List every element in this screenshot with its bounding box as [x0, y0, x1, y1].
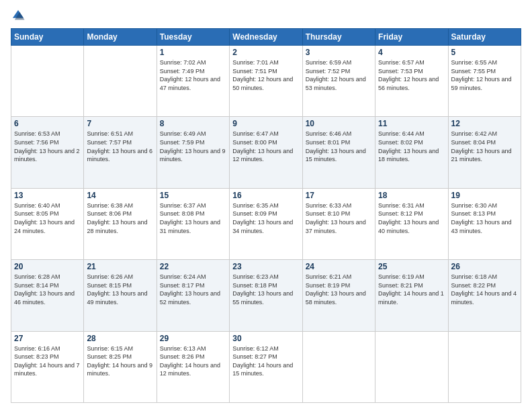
- day-number: 25: [378, 262, 445, 271]
- day-number: 21: [87, 262, 153, 271]
- calendar-header-friday: Friday: [375, 29, 448, 46]
- day-number: 12: [451, 119, 518, 128]
- calendar-cell: 6Sunrise: 6:53 AM Sunset: 7:56 PM Daylig…: [11, 117, 84, 188]
- calendar-cell: 27Sunrise: 6:16 AM Sunset: 8:23 PM Dayli…: [11, 331, 84, 402]
- day-info: Sunrise: 6:18 AM Sunset: 8:22 PM Dayligh…: [451, 273, 518, 306]
- day-number: 14: [87, 191, 153, 200]
- calendar-cell: [302, 331, 375, 402]
- day-number: 16: [232, 191, 299, 200]
- day-info: Sunrise: 6:31 AM Sunset: 8:12 PM Dayligh…: [378, 201, 445, 235]
- day-number: 9: [232, 119, 299, 128]
- calendar-cell: 12Sunrise: 6:42 AM Sunset: 8:04 PM Dayli…: [448, 117, 521, 188]
- day-number: 15: [160, 191, 226, 200]
- calendar-cell: 14Sunrise: 6:38 AM Sunset: 8:06 PM Dayli…: [84, 188, 157, 259]
- day-info: Sunrise: 6:55 AM Sunset: 7:55 PM Dayligh…: [451, 58, 518, 92]
- day-info: Sunrise: 6:44 AM Sunset: 8:02 PM Dayligh…: [378, 130, 445, 163]
- day-info: Sunrise: 6:16 AM Sunset: 8:23 PM Dayligh…: [14, 345, 81, 378]
- day-info: Sunrise: 6:49 AM Sunset: 7:59 PM Dayligh…: [160, 130, 226, 163]
- day-number: 10: [306, 119, 372, 128]
- day-number: 5: [451, 48, 518, 57]
- calendar-cell: 16Sunrise: 6:35 AM Sunset: 8:09 PM Dayli…: [230, 188, 302, 259]
- calendar-header-wednesday: Wednesday: [230, 29, 302, 46]
- day-info: Sunrise: 6:15 AM Sunset: 8:25 PM Dayligh…: [87, 345, 153, 378]
- day-info: Sunrise: 6:37 AM Sunset: 8:08 PM Dayligh…: [160, 201, 226, 235]
- day-info: Sunrise: 6:42 AM Sunset: 8:04 PM Dayligh…: [451, 130, 518, 163]
- calendar-header-thursday: Thursday: [302, 29, 375, 46]
- calendar-cell: 29Sunrise: 6:13 AM Sunset: 8:26 PM Dayli…: [157, 331, 229, 402]
- calendar-cell: 7Sunrise: 6:51 AM Sunset: 7:57 PM Daylig…: [84, 117, 157, 188]
- day-number: 3: [306, 48, 372, 57]
- calendar-cell: 21Sunrise: 6:26 AM Sunset: 8:15 PM Dayli…: [84, 260, 157, 331]
- day-info: Sunrise: 6:35 AM Sunset: 8:09 PM Dayligh…: [232, 201, 299, 235]
- calendar-header-saturday: Saturday: [448, 29, 521, 46]
- calendar-cell: [11, 46, 84, 117]
- calendar-week-1: 1Sunrise: 7:02 AM Sunset: 7:49 PM Daylig…: [11, 46, 521, 117]
- day-number: 22: [160, 262, 226, 271]
- calendar-header-tuesday: Tuesday: [157, 29, 229, 46]
- day-number: 6: [14, 119, 81, 128]
- day-number: 18: [378, 191, 445, 200]
- day-number: 8: [160, 119, 226, 128]
- calendar-cell: 2Sunrise: 7:01 AM Sunset: 7:51 PM Daylig…: [230, 46, 302, 117]
- calendar-cell: 15Sunrise: 6:37 AM Sunset: 8:08 PM Dayli…: [157, 188, 229, 259]
- day-info: Sunrise: 7:01 AM Sunset: 7:51 PM Dayligh…: [232, 58, 299, 92]
- calendar-cell: 19Sunrise: 6:30 AM Sunset: 8:13 PM Dayli…: [448, 188, 521, 259]
- calendar-cell: [375, 331, 448, 402]
- day-number: 4: [378, 48, 445, 57]
- day-number: 2: [232, 48, 299, 57]
- calendar-header-row: SundayMondayTuesdayWednesdayThursdayFrid…: [11, 29, 521, 46]
- calendar-cell: 22Sunrise: 6:24 AM Sunset: 8:17 PM Dayli…: [157, 260, 229, 331]
- calendar-cell: 10Sunrise: 6:46 AM Sunset: 8:01 PM Dayli…: [302, 117, 375, 188]
- calendar-header-sunday: Sunday: [11, 29, 84, 46]
- day-number: 7: [87, 119, 153, 128]
- calendar-cell: 3Sunrise: 6:59 AM Sunset: 7:52 PM Daylig…: [302, 46, 375, 117]
- day-number: 11: [378, 119, 445, 128]
- day-info: Sunrise: 6:24 AM Sunset: 8:17 PM Dayligh…: [160, 273, 226, 306]
- day-info: Sunrise: 6:23 AM Sunset: 8:18 PM Dayligh…: [232, 273, 299, 306]
- day-info: Sunrise: 6:12 AM Sunset: 8:27 PM Dayligh…: [232, 345, 299, 378]
- calendar-cell: 24Sunrise: 6:21 AM Sunset: 8:19 PM Dayli…: [302, 260, 375, 331]
- calendar-cell: 25Sunrise: 6:19 AM Sunset: 8:21 PM Dayli…: [375, 260, 448, 331]
- calendar-week-2: 6Sunrise: 6:53 AM Sunset: 7:56 PM Daylig…: [11, 117, 521, 188]
- calendar-cell: 13Sunrise: 6:40 AM Sunset: 8:05 PM Dayli…: [11, 188, 84, 259]
- calendar-cell: 4Sunrise: 6:57 AM Sunset: 7:53 PM Daylig…: [375, 46, 448, 117]
- page: SundayMondayTuesdayWednesdayThursdayFrid…: [0, 0, 532, 411]
- day-info: Sunrise: 6:28 AM Sunset: 8:14 PM Dayligh…: [14, 273, 81, 306]
- day-number: 29: [160, 334, 226, 343]
- day-info: Sunrise: 6:47 AM Sunset: 8:00 PM Dayligh…: [232, 130, 299, 163]
- day-number: 27: [14, 334, 81, 343]
- calendar-cell: 8Sunrise: 6:49 AM Sunset: 7:59 PM Daylig…: [157, 117, 229, 188]
- day-number: 24: [306, 262, 372, 271]
- day-number: 23: [232, 262, 299, 271]
- day-number: 1: [160, 48, 226, 57]
- day-info: Sunrise: 7:02 AM Sunset: 7:49 PM Dayligh…: [160, 58, 226, 92]
- calendar-week-3: 13Sunrise: 6:40 AM Sunset: 8:05 PM Dayli…: [11, 188, 521, 259]
- calendar-cell: [84, 46, 157, 117]
- header: [11, 8, 521, 23]
- day-info: Sunrise: 6:40 AM Sunset: 8:05 PM Dayligh…: [14, 201, 81, 235]
- day-number: 20: [14, 262, 81, 271]
- calendar-cell: 30Sunrise: 6:12 AM Sunset: 8:27 PM Dayli…: [230, 331, 302, 402]
- day-info: Sunrise: 6:19 AM Sunset: 8:21 PM Dayligh…: [378, 273, 445, 306]
- day-info: Sunrise: 6:13 AM Sunset: 8:26 PM Dayligh…: [160, 345, 226, 378]
- day-number: 28: [87, 334, 153, 343]
- calendar-cell: 17Sunrise: 6:33 AM Sunset: 8:10 PM Dayli…: [302, 188, 375, 259]
- calendar-cell: 5Sunrise: 6:55 AM Sunset: 7:55 PM Daylig…: [448, 46, 521, 117]
- logo: [11, 8, 28, 23]
- calendar-week-4: 20Sunrise: 6:28 AM Sunset: 8:14 PM Dayli…: [11, 260, 521, 331]
- calendar-cell: 20Sunrise: 6:28 AM Sunset: 8:14 PM Dayli…: [11, 260, 84, 331]
- day-number: 26: [451, 262, 518, 271]
- calendar-cell: 18Sunrise: 6:31 AM Sunset: 8:12 PM Dayli…: [375, 188, 448, 259]
- day-info: Sunrise: 6:57 AM Sunset: 7:53 PM Dayligh…: [378, 58, 445, 92]
- calendar-cell: [448, 331, 521, 402]
- calendar-cell: 9Sunrise: 6:47 AM Sunset: 8:00 PM Daylig…: [230, 117, 302, 188]
- day-info: Sunrise: 6:26 AM Sunset: 8:15 PM Dayligh…: [87, 273, 153, 306]
- calendar-cell: 23Sunrise: 6:23 AM Sunset: 8:18 PM Dayli…: [230, 260, 302, 331]
- day-info: Sunrise: 6:46 AM Sunset: 8:01 PM Dayligh…: [306, 130, 372, 163]
- day-info: Sunrise: 6:53 AM Sunset: 7:56 PM Dayligh…: [14, 130, 81, 163]
- calendar-cell: 11Sunrise: 6:44 AM Sunset: 8:02 PM Dayli…: [375, 117, 448, 188]
- calendar-cell: 26Sunrise: 6:18 AM Sunset: 8:22 PM Dayli…: [448, 260, 521, 331]
- day-number: 17: [306, 191, 372, 200]
- day-info: Sunrise: 6:38 AM Sunset: 8:06 PM Dayligh…: [87, 201, 153, 235]
- calendar-week-5: 27Sunrise: 6:16 AM Sunset: 8:23 PM Dayli…: [11, 331, 521, 402]
